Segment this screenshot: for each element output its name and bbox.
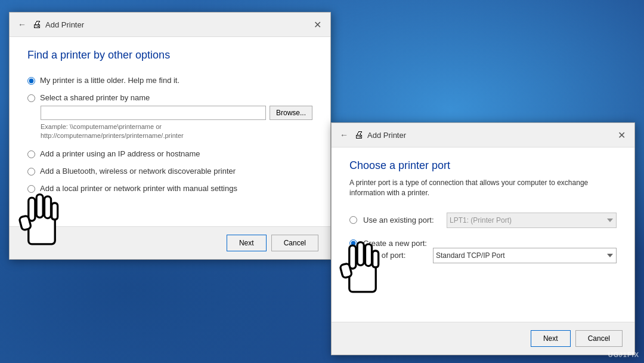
dialog-title-2: Add Printer bbox=[367, 131, 406, 140]
create-new-port-group: Create a new port: Type of port: Standar… bbox=[349, 239, 617, 263]
dialog-choose-port: ← 🖨 Add Printer ✕ Choose a printer port … bbox=[331, 122, 635, 355]
radio-option-4[interactable]: Add a Bluetooth, wireless or network dis… bbox=[27, 167, 312, 176]
radio-input-1[interactable] bbox=[27, 77, 35, 85]
next-button-2[interactable]: Next bbox=[531, 330, 571, 347]
radio-input-4[interactable] bbox=[27, 168, 35, 176]
create-new-label[interactable]: Create a new port: bbox=[363, 239, 441, 248]
next-button-1[interactable]: Next bbox=[227, 235, 267, 251]
use-existing-radio[interactable] bbox=[349, 216, 357, 224]
watermark: UG∂1FIX bbox=[608, 351, 639, 358]
use-existing-port-row: Use an existing port: LPT1: (Printer Por… bbox=[349, 213, 617, 228]
radio-input-3[interactable] bbox=[27, 150, 35, 158]
dialog1-footer: Next Cancel bbox=[10, 226, 330, 259]
printer-icon-2: 🖨 bbox=[354, 130, 364, 140]
back-button-1[interactable]: ← bbox=[16, 20, 29, 29]
existing-port-select[interactable]: LPT1: (Printer Port) bbox=[447, 213, 617, 228]
dialog-title-1: Add Printer bbox=[45, 20, 84, 29]
create-new-port-row: Create a new port: bbox=[349, 239, 617, 248]
port-options: Use an existing port: LPT1: (Printer Por… bbox=[349, 213, 617, 263]
dialog2-footer: Next Cancel bbox=[332, 322, 634, 355]
close-button-2[interactable]: ✕ bbox=[614, 128, 628, 142]
radio-label-2: Select a shared printer by name bbox=[40, 93, 150, 102]
radio-option-3[interactable]: Add a printer using an IP address or hos… bbox=[27, 149, 312, 158]
type-of-port-row: Type of port: Standard TCP/IP Port Local… bbox=[363, 248, 617, 263]
type-label: Type of port: bbox=[363, 251, 427, 260]
create-new-radio[interactable] bbox=[349, 239, 357, 247]
radio-label-3: Add a printer using an IP address or hos… bbox=[40, 149, 200, 158]
cancel-button-1[interactable]: Cancel bbox=[271, 235, 318, 251]
dialog1-heading: Find a printer by other options bbox=[27, 49, 312, 61]
radio-option-5[interactable]: Add a local printer or network printer w… bbox=[27, 184, 312, 193]
shared-printer-group: Select a shared printer by name Browse..… bbox=[27, 93, 312, 141]
type-port-select[interactable]: Standard TCP/IP Port Local Port Adobe PD… bbox=[433, 248, 617, 263]
close-button-1[interactable]: ✕ bbox=[310, 17, 324, 32]
radio-option-1[interactable]: My printer is a little older. Help me fi… bbox=[27, 76, 312, 85]
radio-input-5[interactable] bbox=[27, 185, 35, 193]
radio-label-5: Add a local printer or network printer w… bbox=[40, 184, 237, 193]
dialog-find-printer: ← 🖨 Add Printer ✕ Find a printer by othe… bbox=[9, 12, 331, 260]
radio-label-4: Add a Bluetooth, wireless or network dis… bbox=[40, 167, 236, 176]
back-button-2[interactable]: ← bbox=[338, 130, 351, 140]
titlebar-1: ← 🖨 Add Printer ✕ bbox=[10, 13, 330, 37]
shared-printer-input[interactable] bbox=[41, 106, 266, 120]
dialog2-heading: Choose a printer port bbox=[349, 159, 617, 172]
example-text: Example: \\computername\printername orht… bbox=[41, 122, 312, 141]
titlebar-2: ← 🖨 Add Printer ✕ bbox=[332, 123, 634, 147]
shared-printer-input-group: Browse... bbox=[41, 106, 312, 120]
radio-group-1: My printer is a little older. Help me fi… bbox=[27, 76, 312, 193]
browse-button[interactable]: Browse... bbox=[270, 106, 312, 120]
use-existing-label[interactable]: Use an existing port: bbox=[363, 216, 441, 224]
radio-input-2[interactable] bbox=[27, 94, 35, 102]
dialog1-content: Find a printer by other options My print… bbox=[10, 37, 330, 205]
dialog2-description: A printer port is a type of connection t… bbox=[349, 178, 617, 198]
radio-label-1: My printer is a little older. Help me fi… bbox=[40, 76, 179, 85]
dialog2-content: Choose a printer port A printer port is … bbox=[332, 147, 634, 275]
titlebar-left-2: ← 🖨 Add Printer bbox=[338, 130, 406, 140]
radio-option-2[interactable]: Select a shared printer by name bbox=[27, 93, 312, 102]
cancel-button-2[interactable]: Cancel bbox=[575, 330, 623, 347]
printer-icon-1: 🖨 bbox=[32, 19, 42, 30]
titlebar-left-1: ← 🖨 Add Printer bbox=[16, 19, 84, 30]
